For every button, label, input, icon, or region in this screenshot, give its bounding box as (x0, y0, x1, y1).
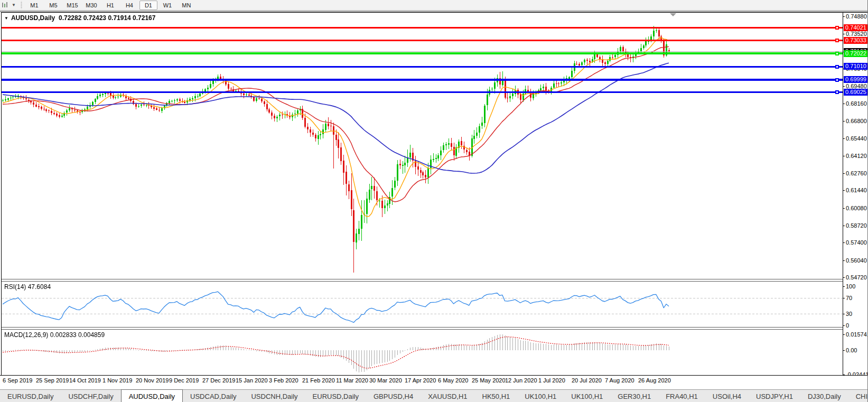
date-label: 27 Dec 2019 (202, 377, 235, 384)
chart-menu-icon[interactable]: ▼ (4, 16, 8, 21)
hline-price-label[interactable]: 0.73033 (844, 37, 868, 44)
price-tick-label: 0.66800 (846, 118, 867, 124)
rsi-indicator-label: RSI(14) 47.6084 (4, 283, 51, 291)
date-label: 25 Sep 2019 (36, 377, 69, 384)
rsi-tick-mark (843, 325, 845, 326)
macd-chart-canvas[interactable] (2, 330, 843, 375)
price-tick-mark (843, 173, 845, 174)
timeframe-toolbar: ▼ M1M5M15M30H1H4D1W1MN (0, 0, 867, 10)
chart-tab-GER30-H1[interactable]: GER30,H1 (610, 390, 658, 402)
rsi-tick-mark (843, 314, 845, 314)
macd-tick-label: 0.00 (846, 347, 857, 353)
price-tick-label: 0.64120 (846, 153, 867, 159)
chart-tab-USDCHF-Daily[interactable]: USDCHF,Daily (61, 390, 120, 402)
rsi-tick-label: 70 (846, 295, 852, 301)
price-tick-mark (843, 86, 845, 87)
macd-tick-mark (843, 350, 845, 351)
trading-terminal-window: ▼ M1M5M15M30H1H4D1W1MN ▼AUDUSD,Daily 0.7… (0, 0, 868, 402)
chart-tab-UK100-H1[interactable]: UK100,H1 (564, 390, 610, 402)
chart-tab-FRA40-H1[interactable]: FRA40,H1 (658, 390, 705, 402)
timeframe-button-M5[interactable]: M5 (44, 1, 62, 10)
price-tick-label: 0.61440 (846, 187, 867, 193)
price-tick-label: 0.65440 (846, 135, 867, 142)
price-tick-mark (843, 138, 845, 139)
date-label: 1 Nov 2019 (102, 377, 132, 384)
chart-shift-marker-icon[interactable] (670, 13, 676, 16)
price-tick-label: 0.58720 (846, 222, 867, 229)
rsi-tick-mark (843, 298, 845, 298)
chart-tab-CHINA300-H1[interactable]: CHINA300,H1 (848, 390, 868, 402)
timeframe-button-D1[interactable]: D1 (139, 1, 157, 10)
chart-tab-UK100-H1[interactable]: UK100,H1 (517, 390, 564, 402)
date-label: 21 Feb 2020 (302, 377, 335, 384)
timeframe-button-H1[interactable]: H1 (101, 1, 119, 10)
date-axis[interactable]: 6 Sep 201925 Sep 201914 Oct 20191 Nov 20… (0, 376, 868, 389)
price-tick-label: 0.73520 (846, 31, 867, 37)
rsi-tick-label: 100 (846, 283, 855, 289)
chart-plot-area (2, 13, 843, 375)
price-tick-label: 0.60080 (846, 205, 867, 211)
price-axis[interactable]: 0.748800.735200.721600.708400.694800.681… (843, 13, 868, 375)
chart-tab-DJ30-Daily[interactable]: DJ30,Daily (800, 390, 848, 402)
timeframe-button-MN[interactable]: MN (178, 1, 195, 10)
chart-symbol-period: AUDUSD,Daily (11, 14, 55, 22)
rsi-chart-canvas[interactable] (2, 282, 843, 327)
date-label: 7 Aug 2020 (605, 377, 634, 384)
date-label: 11 Mar 2020 (336, 377, 368, 384)
rsi-tick-label: 30 (846, 311, 852, 317)
chart-tab-USDCNH-Daily[interactable]: USDCNH,Daily (244, 390, 305, 402)
chart-tab-HK50-H1[interactable]: HK50,H1 (475, 390, 518, 402)
date-label: 12 Jun 2020 (505, 377, 537, 384)
price-tick-label: 0.68160 (846, 100, 867, 107)
date-label: 1 Jul 2020 (538, 377, 565, 384)
price-tick-mark (843, 260, 845, 261)
date-label: 17 Apr 2020 (405, 377, 436, 384)
price-tick-label: 0.56040 (846, 257, 867, 264)
chart-tab-AUDUSD-Daily[interactable]: AUDUSD,Daily (121, 389, 183, 402)
chart-frame-bottom (0, 375, 868, 376)
date-label: 14 Oct 2019 (69, 377, 101, 384)
price-tick-label: 0.62760 (846, 170, 867, 176)
chart-tab-EURUSD-Daily[interactable]: EURUSD,Daily (305, 390, 366, 402)
chart-tab-USDCAD-Daily[interactable]: USDCAD,Daily (183, 390, 244, 402)
toolbar-separator (20, 1, 23, 9)
timeframe-buttons: M1M5M15M30H1H4D1W1MN (25, 1, 196, 10)
chart-type-icon[interactable] (1, 1, 11, 9)
price-tick-mark (843, 208, 845, 209)
chart-tab-bar: EURUSD,DailyUSDCHF,DailyAUDUSD,DailyUSDC… (0, 389, 868, 402)
timeframe-button-M15[interactable]: M15 (63, 1, 81, 10)
date-label: 15 Jan 2020 (236, 377, 268, 384)
price-chart-canvas[interactable] (2, 13, 843, 279)
price-tick-label: 0.57400 (846, 239, 867, 246)
date-label: 9 Dec 2019 (169, 377, 199, 384)
chart-tab-USOil-H4[interactable]: USOil,H4 (705, 390, 749, 402)
rsi-tick-label: 0 (846, 322, 849, 329)
price-tick-label: 0.74880 (846, 13, 867, 20)
hline-price-label[interactable]: 0.69999 (844, 76, 868, 83)
timeframe-button-W1[interactable]: W1 (158, 1, 176, 10)
price-tick-mark (843, 16, 845, 17)
chevron-down-icon[interactable]: ▼ (12, 3, 16, 7)
hline-price-label[interactable]: 0.69025 (844, 89, 868, 96)
price-tick-mark (843, 104, 845, 104)
hline-price-label[interactable]: 0.71010 (844, 63, 868, 70)
price-tick-mark (843, 121, 845, 121)
chart-title: ▼AUDUSD,Daily 0.72282 0.72423 0.71914 0.… (4, 14, 155, 22)
date-label: 26 Aug 2020 (638, 377, 671, 384)
price-tick-mark (843, 242, 845, 243)
price-tick-label: 0.54720 (846, 274, 867, 281)
macd-tick-label: 0.015741 (846, 331, 868, 338)
date-label: 6 Sep 2019 (3, 377, 32, 384)
timeframe-button-H4[interactable]: H4 (120, 1, 138, 10)
date-label: 20 Jul 2020 (572, 377, 602, 384)
chart-tab-XAUUSD-H1[interactable]: XAUUSD,H1 (421, 390, 474, 402)
timeframe-button-M1[interactable]: M1 (25, 1, 43, 10)
timeframe-button-M30[interactable]: M30 (82, 1, 100, 10)
chart-tab-USDJPY-H1[interactable]: USDJPY,H1 (749, 390, 800, 402)
date-label: 30 Mar 2020 (369, 377, 402, 384)
hline-price-label[interactable]: 0.74021 (844, 24, 868, 31)
hline-price-label[interactable]: 0.72022 (844, 50, 868, 57)
chart-tab-GBPUSD-H4[interactable]: GBPUSD,H4 (366, 390, 421, 402)
price-tick-mark (843, 226, 845, 226)
chart-tab-EURUSD-Daily[interactable]: EURUSD,Daily (0, 390, 61, 402)
